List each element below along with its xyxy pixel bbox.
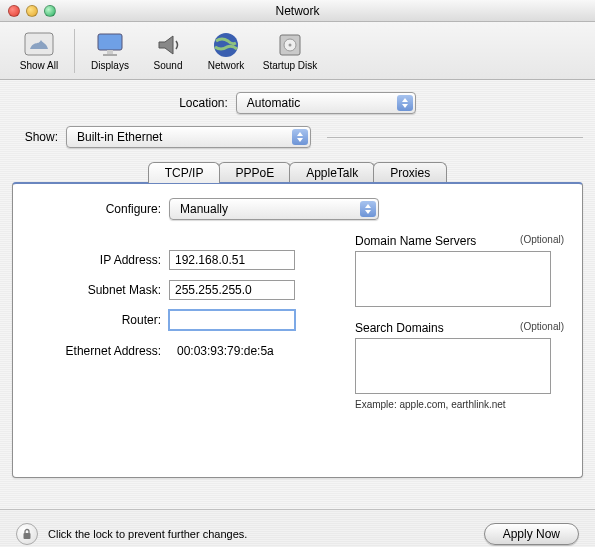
tab-pppoe[interactable]: PPPoE [218,162,291,183]
lock-button[interactable] [16,523,38,545]
ethernet-value: 00:03:93:79:de:5a [177,344,274,358]
location-row: Location: Automatic [12,92,583,114]
toolbar-label: Show All [20,60,58,71]
optional-label: (Optional) [520,234,564,248]
router-label: Router: [31,313,161,327]
tab-tcpip[interactable]: TCP/IP [148,162,221,183]
toolbar-network[interactable]: Network [197,30,255,71]
show-label: Show: [12,130,58,144]
configure-label: Configure: [31,202,161,216]
svg-point-7 [289,44,292,47]
toolbar-startup-disk[interactable]: Startup Disk [255,30,325,71]
dns-heading-row: Domain Name Servers (Optional) [355,234,564,248]
ethernet-label: Ethernet Address: [31,344,161,358]
subnet-label: Subnet Mask: [31,283,161,297]
dns-servers-input[interactable] [355,251,551,307]
footer: Click the lock to prevent further change… [0,509,595,547]
svg-rect-1 [98,34,122,50]
lock-icon [21,528,33,540]
toolbar-divider [74,29,75,73]
separator-line [327,137,583,138]
toolbar-label: Displays [91,60,129,71]
svg-rect-3 [103,54,117,56]
globe-icon [210,30,242,60]
disk-icon [274,30,306,60]
dropdown-arrows-icon [360,201,376,217]
show-row: Show: Built-in Ethernet [12,126,583,148]
apply-now-button[interactable]: Apply Now [484,523,579,545]
ip-address-input[interactable] [169,250,295,270]
window-title: Network [0,4,595,18]
example-text: Example: apple.com, earthlink.net [355,399,564,410]
router-input[interactable] [169,310,295,330]
svg-rect-2 [107,50,113,54]
subnet-mask-input[interactable] [169,280,295,300]
settings-panel: Configure: Manually IP Address: Subnet M… [12,182,583,478]
configure-select[interactable]: Manually [169,198,379,220]
show-value: Built-in Ethernet [77,130,162,144]
main-area: Location: Automatic Show: Built-in Ether… [0,80,595,547]
tab-appletalk[interactable]: AppleTalk [289,162,375,183]
show-select[interactable]: Built-in Ethernet [66,126,311,148]
subnet-row: Subnet Mask: [31,280,327,300]
display-icon [94,30,126,60]
lock-text: Click the lock to prevent further change… [48,528,484,540]
search-heading: Search Domains [355,321,444,335]
configure-value: Manually [180,202,228,216]
ethernet-row: Ethernet Address: 00:03:93:79:de:5a [31,344,327,358]
search-domains-input[interactable] [355,338,551,394]
toolbar-displays[interactable]: Displays [81,30,139,71]
toolbar-label: Sound [154,60,183,71]
dropdown-arrows-icon [397,95,413,111]
toolbar-label: Network [208,60,245,71]
speaker-icon [152,30,184,60]
dropdown-arrows-icon [292,129,308,145]
toolbar: Show All Displays Sound Network Startup … [0,22,595,80]
toolbar-sound[interactable]: Sound [139,30,197,71]
configure-row: Configure: Manually [31,198,564,220]
titlebar: Network [0,0,595,22]
search-heading-row: Search Domains (Optional) [355,321,564,335]
ip-label: IP Address: [31,253,161,267]
location-select[interactable]: Automatic [236,92,416,114]
ip-row: IP Address: [31,250,327,270]
toolbar-show-all[interactable]: Show All [10,30,68,71]
router-row: Router: [31,310,327,330]
toolbar-label: Startup Disk [263,60,317,71]
prefs-icon [23,30,55,60]
dns-heading: Domain Name Servers [355,234,476,248]
optional-label: (Optional) [520,321,564,335]
tab-bar: TCP/IP PPPoE AppleTalk Proxies [12,162,583,183]
svg-rect-8 [24,533,31,539]
tab-proxies[interactable]: Proxies [373,162,447,183]
location-label: Location: [179,96,228,110]
location-value: Automatic [247,96,300,110]
